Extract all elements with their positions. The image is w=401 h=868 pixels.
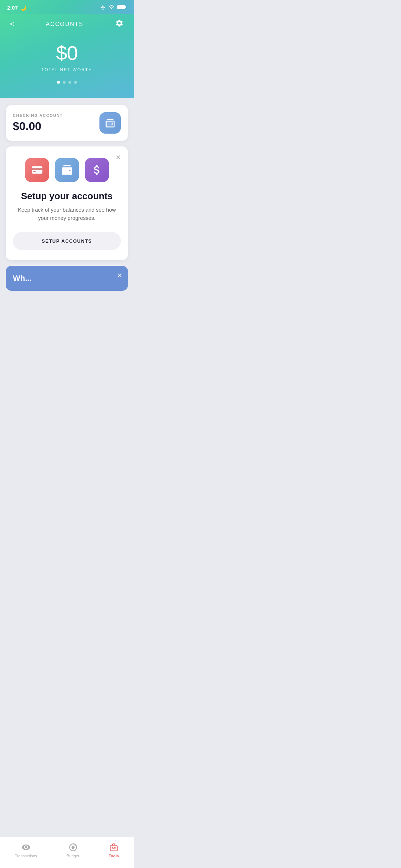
wallet-icon (55, 158, 79, 182)
money-icon (85, 158, 109, 182)
blue-banner-close-button[interactable]: ✕ (117, 272, 122, 279)
page-title: ACCOUNTS (46, 21, 83, 27)
checking-info: CHECKING ACCOUNT $0.00 (13, 113, 63, 133)
setup-title: Setup your accounts (13, 191, 121, 202)
back-button[interactable]: < (9, 19, 16, 30)
dot-1 (57, 81, 60, 84)
time-display: 2:07 (7, 5, 18, 11)
header-section: < ACCOUNTS $0 TOTAL NET WORTH (0, 14, 134, 98)
setup-description: Keep track of your balances and see how … (13, 206, 121, 222)
blue-banner: Wh... ✕ (6, 266, 128, 291)
net-worth-label: TOTAL NET WORTH (9, 67, 125, 72)
svg-rect-1 (118, 5, 124, 9)
status-bar: 2:07 🌙 (0, 0, 134, 14)
battery-icon (117, 5, 127, 11)
wifi-icon (109, 4, 114, 11)
airplane-icon (100, 4, 106, 11)
checking-account-card: CHECKING ACCOUNT $0.00 (6, 105, 128, 141)
main-content: CHECKING ACCOUNT $0.00 ✕ (0, 98, 134, 298)
setup-icons (13, 158, 121, 182)
dot-4 (74, 81, 77, 84)
blue-banner-text: Wh... (13, 274, 32, 283)
header-nav: < ACCOUNTS (9, 17, 125, 31)
svg-rect-6 (33, 171, 36, 172)
settings-button[interactable] (114, 17, 125, 31)
setup-accounts-card: ✕ (6, 146, 128, 260)
checking-amount: $0.00 (13, 120, 63, 133)
checking-label: CHECKING ACCOUNT (13, 113, 63, 118)
svg-rect-5 (32, 168, 42, 170)
setup-accounts-button[interactable]: SETUP ACCOUNTS (13, 232, 121, 250)
net-worth-amount: $0 (9, 41, 125, 64)
card-icon (25, 158, 49, 182)
dot-3 (68, 81, 71, 84)
status-right (100, 4, 127, 11)
pagination-dots (9, 81, 125, 84)
dot-2 (63, 81, 66, 84)
checking-wallet-button[interactable] (99, 112, 121, 134)
svg-point-7 (69, 170, 71, 171)
setup-close-button[interactable]: ✕ (114, 152, 122, 163)
status-left: 2:07 🌙 (7, 5, 27, 11)
moon-icon: 🌙 (20, 5, 27, 11)
svg-rect-2 (125, 6, 126, 8)
